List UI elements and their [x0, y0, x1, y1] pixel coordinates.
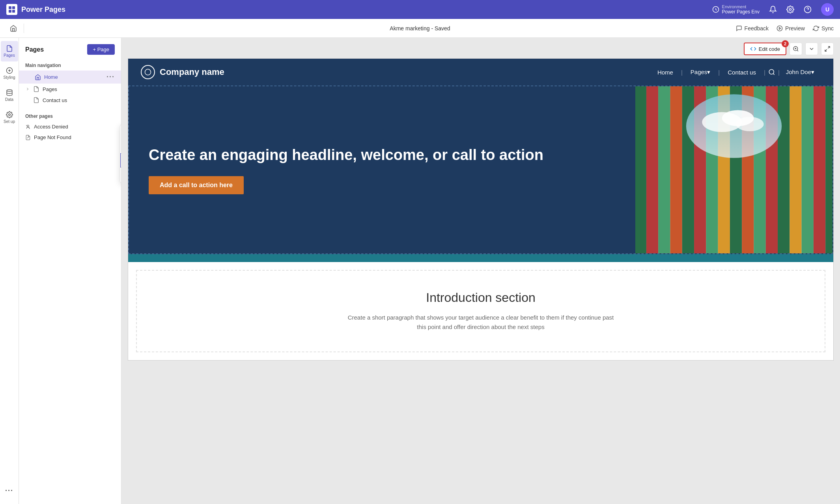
intro-title: Introduction section	[153, 290, 809, 305]
website-preview: Company name Home | Pages▾ | Contact us …	[128, 58, 834, 361]
home-more-icon[interactable]: ···	[106, 73, 115, 81]
svg-point-12	[8, 114, 10, 116]
site-nav-search-icon[interactable]	[765, 66, 778, 78]
home-nav-icon[interactable]	[6, 21, 21, 35]
other-pages-section-title: Other pages	[19, 110, 121, 121]
sidebar-item-home[interactable]: Home ···	[19, 71, 121, 84]
sidebar-item-setup[interactable]: Set up	[1, 107, 18, 128]
site-nav-user[interactable]: John Doe▾	[780, 69, 821, 76]
environment-text: Environment Power Pages Env	[722, 4, 760, 15]
site-navbar: Company name Home | Pages▾ | Contact us …	[128, 59, 833, 86]
hero-image	[635, 86, 833, 253]
site-logo-circle	[141, 65, 155, 79]
document-title: Akme marketing - Saved	[390, 25, 450, 32]
zoom-icon[interactable]	[790, 43, 802, 55]
sidebar-item-access-denied[interactable]: Access Denied	[19, 121, 121, 132]
sidebar: Pages + Page Main navigation Home ··· Pa…	[19, 38, 121, 504]
svg-point-27	[769, 69, 774, 74]
svg-line-24	[828, 46, 830, 48]
svg-rect-0	[9, 6, 11, 9]
hero-content: Create an engaging headline, welcome, or…	[129, 86, 635, 253]
sidebar-item-pages[interactable]: Pages	[1, 41, 18, 61]
add-page-button[interactable]: + Page	[87, 44, 115, 55]
app-logo: Power Pages	[6, 4, 65, 15]
content-area: 2 Edit code Company na	[121, 38, 840, 504]
environment-icon	[712, 6, 720, 13]
settings-icon[interactable]	[786, 6, 794, 13]
fullscreen-icon[interactable]	[821, 43, 834, 55]
site-nav-contact[interactable]: Contact us	[720, 69, 764, 76]
topbar: Power Pages Environment Power Pages Env …	[0, 0, 840, 19]
app-logo-icon	[6, 4, 17, 15]
site-nav-home[interactable]: Home	[650, 69, 681, 76]
svg-point-8	[777, 26, 782, 31]
badge-2: 2	[782, 40, 789, 47]
secondbar-actions: Feedback Preview Sync	[736, 25, 834, 32]
sidebar-item-styling[interactable]: Styling	[1, 63, 18, 84]
sidebar-item-data[interactable]: Data	[1, 85, 18, 106]
site-nav-pages[interactable]: Pages▾	[683, 69, 719, 76]
user-avatar[interactable]: U	[821, 3, 834, 16]
teal-bar	[128, 254, 833, 262]
edit-code-toolbar-button[interactable]: 2 Edit code	[744, 43, 786, 55]
more-options-icon[interactable]: ···	[1, 484, 18, 498]
secondbar-divider	[24, 24, 24, 33]
svg-line-21	[797, 50, 798, 51]
secondbar: Akme marketing - Saved Feedback Preview …	[0, 19, 840, 38]
site-logo: Company name	[141, 65, 224, 79]
preview-button[interactable]: Preview	[777, 25, 805, 32]
svg-point-51	[736, 117, 764, 131]
hero-headline: Create an engaging headline, welcome, or…	[149, 145, 616, 165]
sidebar-item-contact[interactable]: Contact us	[19, 95, 121, 106]
topbar-right: Environment Power Pages Env U	[712, 3, 834, 16]
feedback-button[interactable]: Feedback	[736, 25, 769, 32]
svg-line-25	[825, 49, 827, 51]
sidebar-title: Pages	[25, 46, 44, 53]
hero-section: Create an engaging headline, welcome, or…	[128, 86, 833, 254]
svg-rect-1	[12, 6, 15, 9]
site-nav-links: Home | Pages▾ | Contact us | | John Doe▾	[650, 66, 821, 78]
environment-info: Environment Power Pages Env	[712, 4, 760, 15]
intro-section: Introduction section Create a short para…	[136, 270, 825, 352]
svg-marker-9	[779, 27, 781, 29]
svg-line-28	[773, 73, 774, 74]
main-layout: Pages Styling Data Set up ··· Pages + Pa…	[0, 38, 840, 504]
icon-bar: Pages Styling Data Set up ···	[0, 38, 19, 504]
app-name: Power Pages	[21, 6, 65, 14]
notifications-icon[interactable]	[769, 6, 777, 13]
intro-text: Create a short paragraph that shows your…	[343, 313, 619, 332]
help-icon[interactable]	[804, 6, 812, 13]
main-nav-section-title: Main navigation	[19, 60, 121, 71]
sidebar-header: Pages + Page	[19, 44, 121, 60]
svg-point-11	[7, 90, 12, 92]
sidebar-item-pages-nav[interactable]: Pages	[19, 84, 121, 95]
sidebar-item-page-not-found[interactable]: Page Not Found	[19, 132, 121, 143]
content-toolbar: 2 Edit code	[744, 43, 834, 55]
svg-line-15	[27, 137, 29, 138]
svg-rect-3	[12, 10, 15, 13]
svg-point-5	[790, 9, 791, 11]
svg-point-26	[145, 69, 151, 75]
sync-button[interactable]: Sync	[813, 25, 834, 32]
zoom-dropdown-icon[interactable]	[805, 43, 818, 55]
svg-rect-2	[9, 10, 11, 13]
hero-cta-button[interactable]: Add a call to action here	[149, 176, 244, 194]
